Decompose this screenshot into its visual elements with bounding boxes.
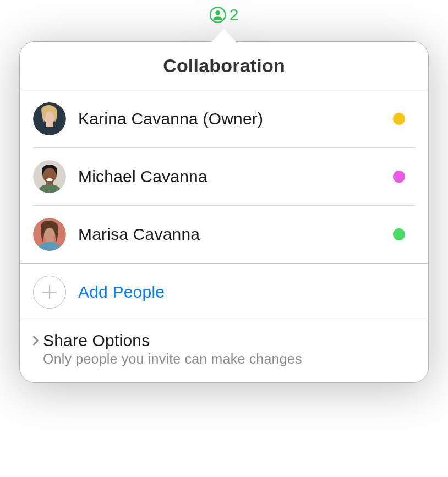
add-people-section: Add People [20,263,428,321]
popover-title: Collaboration [20,55,428,76]
plus-icon [33,276,66,309]
chevron-right-icon [31,336,41,346]
add-people-label: Add People [78,283,165,301]
person-row[interactable]: Michael Cavanna [33,148,415,206]
avatar [33,102,66,135]
avatar [33,160,66,193]
popover-pointer [212,29,236,42]
popover-header: Collaboration [20,42,428,90]
status-dot [393,113,405,125]
person-name: Karina Cavanna (Owner) [78,109,393,128]
avatar [33,218,66,251]
collaboration-popover: Collaboration [19,29,429,383]
status-dot [393,228,405,240]
popover-body: Collaboration [19,41,429,383]
collaborator-count: 2 [230,6,239,24]
share-options-header: Share Options [33,331,415,350]
person-badge-icon [210,7,226,23]
share-options-button[interactable]: Share Options Only people you invite can… [33,331,415,367]
share-options-subtitle: Only people you invite can make changes [43,351,415,367]
svg-point-1 [215,10,220,15]
people-list: Karina Cavanna (Owner) [20,90,428,263]
status-dot [393,171,405,183]
share-options-section: Share Options Only people you invite can… [20,321,428,382]
person-name: Marisa Cavanna [78,225,393,244]
collaboration-indicator[interactable]: 2 [210,6,239,24]
person-row[interactable]: Marisa Cavanna [33,206,415,263]
share-options-title: Share Options [43,331,150,350]
add-people-button[interactable]: Add People [33,264,415,321]
person-name: Michael Cavanna [78,167,393,186]
person-row[interactable]: Karina Cavanna (Owner) [33,90,415,148]
